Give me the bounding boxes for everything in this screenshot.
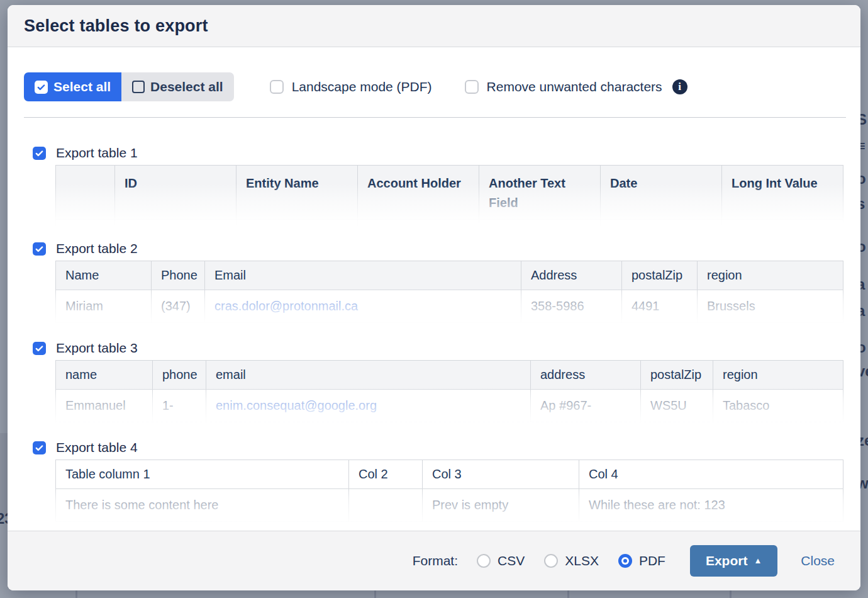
background-page-band (0, 433, 8, 517)
preview-table: NamePhoneEmailAddresspostalZipregionMiri… (55, 261, 843, 323)
table-cell: WS5U (641, 390, 713, 422)
export-table-toggle[interactable]: Export table 1 (33, 145, 846, 161)
export-button[interactable]: Export ▲ (690, 545, 777, 577)
column-header: Table column 1 (56, 460, 349, 489)
column-header: Date (601, 166, 722, 220)
column-header: postalZip (622, 261, 698, 290)
column-header: Address (521, 261, 622, 290)
table-cell: Brussels (698, 290, 843, 323)
checkbox-checked-icon (33, 441, 46, 454)
export-table-label: Export table 3 (56, 341, 138, 356)
table-cell: 358-5986 (521, 290, 622, 323)
table-cell: Prev is empty (423, 489, 579, 522)
table-cell: Tabasco (713, 390, 843, 422)
table-row: Emmanuel1-enim.consequat@google.orgAp #9… (56, 390, 843, 422)
table-cell (722, 220, 843, 227)
checkbox-unchecked-icon (270, 80, 284, 94)
column-header: phone (153, 361, 206, 390)
dialog-title: Select tables to export (24, 16, 208, 36)
table-cell (358, 220, 479, 227)
table-cell (479, 220, 601, 227)
landscape-mode-checkbox[interactable]: Landscape mode (PDF) (270, 79, 432, 94)
table-cell: There is some content here (56, 489, 349, 522)
toolbar: Select all Deselect all Landscape mode (… (24, 72, 846, 101)
column-header: Name (56, 261, 152, 290)
preview-table: IDEntity NameAccount HolderAnother Text … (55, 165, 843, 226)
column-header: email (206, 361, 531, 390)
table-cell: Miriam (56, 290, 152, 323)
export-table-label: Export table 2 (56, 241, 138, 256)
table-row: There is some content herePrev is emptyW… (56, 489, 843, 522)
export-tables-dialog: Select tables to export Select all Desel… (8, 5, 860, 590)
checkbox-checked-icon (33, 342, 46, 355)
dialog-header: Select tables to export (8, 5, 860, 47)
export-table-toggle[interactable]: Export table 4 (33, 440, 846, 455)
table-cell: Emmanuel (56, 390, 153, 422)
close-button[interactable]: Close (801, 553, 835, 568)
export-table-section: Export table 2 NamePhoneEmailAddresspost… (24, 241, 846, 325)
column-header: region (713, 361, 843, 390)
landscape-mode-label: Landscape mode (PDF) (292, 79, 432, 94)
info-icon[interactable]: i (672, 79, 687, 94)
checkbox-checked-icon (33, 147, 46, 160)
format-radio-csv[interactable]: CSV (477, 553, 525, 568)
table-cell: (347) (152, 290, 205, 323)
column-header: Col 3 (423, 460, 579, 489)
background-table-divider (730, 589, 732, 598)
format-radio-pdf[interactable]: PDF (618, 553, 665, 568)
export-table-label: Export table 4 (56, 440, 138, 455)
background-table-divider (567, 589, 569, 598)
radio-selected-icon (618, 554, 632, 568)
column-header (56, 166, 115, 220)
export-button-label: Export (706, 553, 748, 568)
table-preview: NamePhoneEmailAddresspostalZipregionMiri… (55, 261, 846, 325)
format-radio-xlsx[interactable]: XLSX (544, 553, 599, 568)
remove-unwanted-characters-label: Remove unwanted characters (487, 79, 662, 94)
column-header: name (56, 361, 153, 390)
format-radio-label: CSV (498, 553, 525, 568)
checkbox-unchecked-icon (465, 80, 479, 94)
table-cell: 1- (153, 390, 206, 422)
column-header: postalZip (641, 361, 713, 390)
preview-table: namephoneemailaddresspostalZipregionEmma… (55, 360, 843, 422)
preview-table: Table column 1Col 2Col 3Col 4There is so… (55, 460, 843, 522)
format-radio-group: CSVXLSXPDF (477, 553, 685, 568)
column-header: region (698, 261, 843, 290)
table-cell: cras.dolor@protonmail.ca (205, 290, 521, 323)
format-label: Format: (413, 553, 458, 568)
table-preview: Table column 1Col 2Col 3Col 4There is so… (55, 460, 846, 526)
column-header: Col 2 (349, 460, 423, 489)
select-all-button[interactable]: Select all (24, 72, 121, 101)
radio-unselected-icon (477, 554, 491, 568)
chevron-up-icon: ▲ (754, 556, 762, 565)
checkbox-checked-icon (35, 81, 48, 94)
format-radio-label: XLSX (565, 553, 599, 568)
table-cell (56, 220, 115, 227)
column-header: Email (205, 261, 521, 290)
table-cell (349, 489, 423, 522)
table-cell: enim.consequat@google.org (206, 390, 531, 422)
table-cell (236, 220, 358, 227)
column-header: Col 4 (579, 460, 843, 489)
column-header: Phone (152, 261, 205, 290)
table-row: Miriam(347)cras.dolor@protonmail.ca358-5… (56, 290, 843, 323)
dialog-body: Select all Deselect all Landscape mode (… (8, 47, 860, 531)
table-cell: 4491 (622, 290, 698, 323)
table-row (56, 220, 843, 227)
table-cell (601, 220, 722, 227)
export-table-toggle[interactable]: Export table 2 (33, 241, 846, 256)
checkbox-checked-icon (33, 242, 46, 256)
checkbox-unchecked-icon (132, 81, 145, 93)
background-table-divider (75, 589, 77, 598)
export-table-toggle[interactable]: Export table 3 (33, 341, 846, 356)
deselect-all-button[interactable]: Deselect all (121, 72, 234, 101)
column-header: ID (115, 166, 236, 220)
remove-unwanted-characters-checkbox[interactable]: Remove unwanted characters (465, 79, 662, 94)
table-cell (115, 220, 236, 227)
export-table-section: Export table 3 namephoneemailaddresspost… (24, 341, 846, 425)
table-preview: namephoneemailaddresspostalZipregionEmma… (55, 360, 846, 425)
column-header: Long Int Value (722, 166, 843, 220)
format-radio-label: PDF (639, 553, 665, 568)
column-header: Another Text Field (479, 166, 601, 220)
export-table-label: Export table 1 (56, 145, 138, 161)
